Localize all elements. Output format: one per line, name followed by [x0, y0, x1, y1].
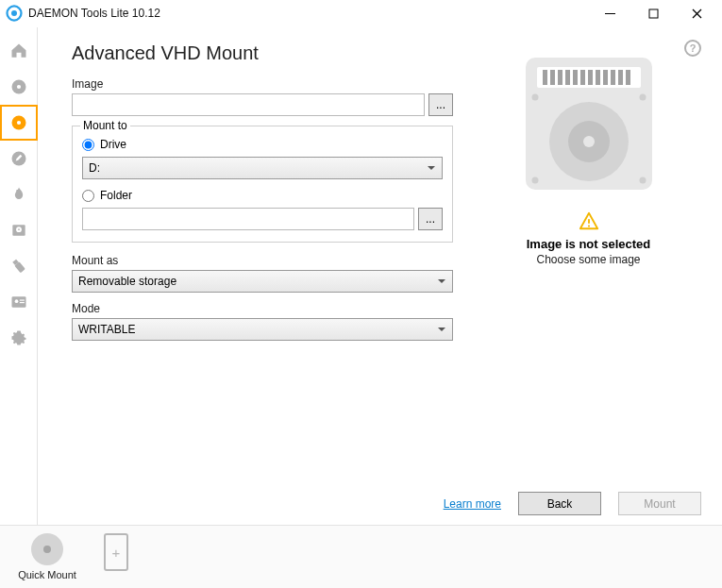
learn-more-link[interactable]: Learn more — [444, 497, 501, 511]
sidebar-usb[interactable] — [0, 248, 38, 284]
title-bar: DAEMON Tools Lite 10.12 — [0, 0, 722, 26]
help-icon[interactable]: ? — [684, 40, 701, 57]
svg-point-39 — [531, 177, 538, 184]
sidebar-contacts[interactable] — [0, 284, 38, 320]
mount-to-group: Mount to Drive D: Folder ... — [72, 126, 453, 243]
sidebar — [0, 27, 38, 525]
svg-rect-42 — [588, 226, 590, 227]
back-button[interactable]: Back — [518, 492, 601, 515]
minimize-button[interactable] — [588, 0, 631, 26]
mount-as-select[interactable]: Removable storage — [72, 270, 453, 293]
app-title: DAEMON Tools Lite 10.12 — [28, 7, 588, 20]
quick-mount-label: Quick Mount — [18, 569, 76, 580]
radio-folder-label: Folder — [100, 189, 132, 202]
svg-point-40 — [639, 177, 646, 184]
sidebar-image-mount[interactable] — [0, 105, 38, 141]
sidebar-disc[interactable] — [0, 69, 38, 105]
main-pane: ? Advanced VHD Mount Image ... Mount to … — [38, 27, 722, 525]
browse-image-button[interactable]: ... — [428, 93, 453, 116]
svg-point-37 — [531, 94, 538, 101]
sidebar-home[interactable] — [0, 33, 38, 69]
hdd-illustration-icon — [518, 52, 660, 193]
disc-icon — [31, 533, 63, 565]
folder-path-input[interactable] — [82, 208, 414, 230]
svg-point-13 — [18, 228, 20, 230]
mode-select[interactable]: WRITABLE — [72, 318, 453, 341]
add-device-button[interactable]: + — [104, 533, 128, 571]
svg-rect-25 — [565, 70, 570, 85]
svg-rect-22 — [543, 70, 547, 85]
svg-rect-18 — [20, 300, 25, 301]
mount-as-label: Mount as — [72, 254, 453, 267]
bottom-bar: Quick Mount + — [0, 525, 722, 588]
svg-point-1 — [11, 10, 17, 16]
svg-rect-24 — [558, 70, 562, 85]
svg-point-17 — [15, 299, 19, 303]
svg-rect-29 — [596, 70, 600, 85]
svg-rect-26 — [573, 70, 578, 85]
svg-point-7 — [17, 85, 21, 89]
radio-drive-label: Drive — [100, 138, 126, 151]
close-button[interactable] — [675, 0, 718, 26]
sidebar-edit[interactable] — [0, 141, 38, 176]
radio-drive[interactable]: Drive — [82, 138, 443, 151]
svg-rect-27 — [580, 70, 585, 85]
drive-letter-select[interactable]: D: — [82, 157, 443, 179]
mode-value: WRITABLE — [78, 323, 135, 336]
svg-rect-41 — [588, 219, 590, 224]
mode-label: Mode — [72, 302, 453, 315]
radio-folder-input[interactable] — [82, 190, 94, 202]
page-title: Advanced VHD Mount — [72, 42, 453, 64]
app-logo-icon — [6, 5, 23, 22]
svg-rect-31 — [611, 70, 615, 85]
svg-rect-3 — [649, 9, 658, 18]
sidebar-hdd[interactable] — [0, 212, 38, 248]
mount-to-label: Mount to — [80, 119, 130, 132]
info-panel: Image is not selected Choose some image — [472, 42, 705, 521]
svg-point-9 — [17, 121, 21, 125]
quick-mount-button[interactable]: Quick Mount — [17, 533, 77, 580]
svg-rect-32 — [618, 70, 623, 85]
svg-rect-28 — [588, 70, 593, 85]
radio-folder[interactable]: Folder — [82, 189, 443, 202]
mount-as-value: Removable storage — [78, 275, 176, 288]
image-path-input[interactable] — [72, 93, 425, 116]
svg-rect-33 — [626, 70, 630, 85]
svg-rect-23 — [550, 70, 555, 85]
sidebar-burn[interactable] — [0, 176, 38, 212]
svg-point-38 — [639, 94, 646, 101]
image-label: Image — [72, 77, 453, 91]
radio-drive-input[interactable] — [82, 139, 94, 151]
info-title: Image is not selected — [527, 237, 651, 251]
phone-plus-icon: + — [104, 533, 128, 571]
svg-rect-19 — [20, 302, 25, 303]
mount-button[interactable]: Mount — [618, 492, 701, 515]
maximize-button[interactable] — [631, 0, 675, 26]
sidebar-settings[interactable] — [0, 320, 38, 356]
drive-letter-value: D: — [89, 161, 100, 175]
browse-folder-button[interactable]: ... — [418, 208, 443, 230]
svg-point-36 — [583, 136, 595, 147]
svg-rect-30 — [603, 70, 608, 85]
info-subtitle: Choose some image — [536, 253, 640, 266]
warning-icon — [579, 210, 599, 231]
